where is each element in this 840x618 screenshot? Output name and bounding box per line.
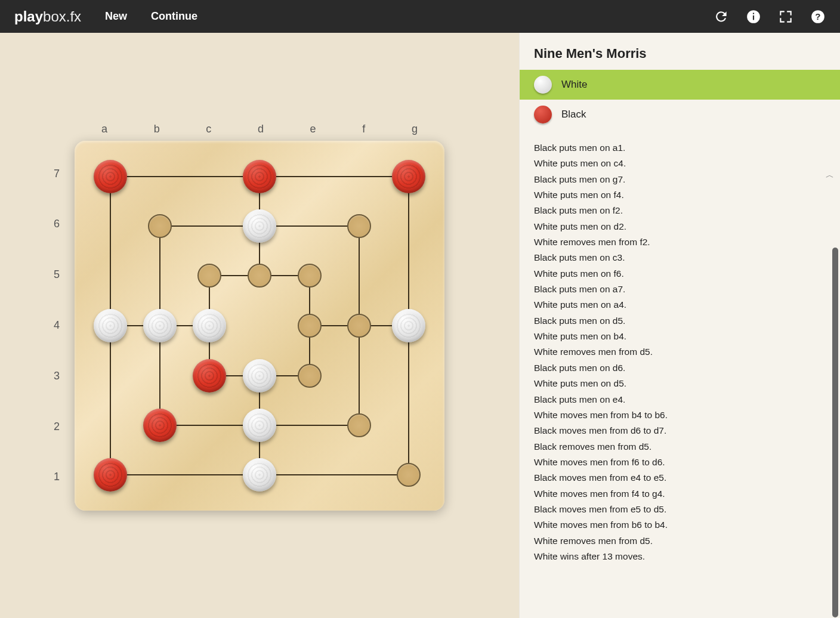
move-entry: White puts men on d5. bbox=[534, 376, 826, 391]
move-entry: White puts men on f6. bbox=[534, 266, 826, 282]
col-label-d: d bbox=[258, 123, 264, 135]
point-e5[interactable] bbox=[298, 264, 322, 288]
player-black-label: Black bbox=[561, 109, 586, 120]
player-white-row[interactable]: White bbox=[520, 70, 840, 100]
move-entry: White moves men from f6 to d6. bbox=[534, 455, 826, 470]
move-entry: White puts men on a4. bbox=[534, 297, 826, 313]
row-label-1: 1 bbox=[54, 471, 60, 483]
move-entry: Black puts men on a1. bbox=[534, 140, 826, 156]
move-entry: Black puts men on f2. bbox=[534, 203, 826, 218]
player-black-row[interactable]: Black bbox=[520, 100, 840, 129]
col-label-e: e bbox=[310, 123, 316, 135]
point-a1[interactable] bbox=[94, 458, 127, 492]
help-icon[interactable]: ? bbox=[810, 9, 826, 24]
move-entry: Black moves men from e4 to e5. bbox=[534, 470, 826, 486]
row-label-2: 2 bbox=[54, 421, 60, 433]
refresh-icon[interactable] bbox=[714, 9, 729, 24]
point-f2[interactable] bbox=[347, 413, 371, 437]
game-title: Nine Men's Morris bbox=[520, 46, 840, 70]
point-d1[interactable] bbox=[243, 458, 276, 492]
svg-rect-1 bbox=[753, 15, 754, 20]
point-g4[interactable] bbox=[392, 309, 425, 342]
move-entry: White removes men from f2. bbox=[534, 234, 826, 250]
move-entry: White moves men from b6 to b4. bbox=[534, 517, 826, 533]
info-icon[interactable] bbox=[746, 9, 761, 24]
move-history-list[interactable]: Black puts men on a1.White puts men on c… bbox=[520, 129, 840, 600]
point-e3[interactable] bbox=[298, 364, 322, 388]
move-entry: White moves men from b4 to b6. bbox=[534, 407, 826, 423]
point-f6[interactable] bbox=[347, 214, 371, 238]
col-label-f: f bbox=[362, 123, 365, 135]
red-chip-icon bbox=[534, 106, 552, 123]
logo-fx: .fx bbox=[66, 8, 81, 24]
point-d5[interactable] bbox=[248, 264, 271, 288]
move-entry: White moves men from f4 to g4. bbox=[534, 486, 826, 502]
row-label-5: 5 bbox=[54, 268, 60, 281]
row-label-3: 3 bbox=[54, 370, 60, 382]
white-chip-icon bbox=[534, 76, 552, 94]
point-d2[interactable] bbox=[243, 409, 276, 442]
move-entry: White removes men from d5. bbox=[534, 344, 826, 360]
point-c4[interactable] bbox=[193, 309, 226, 342]
logo-play: play bbox=[14, 8, 43, 24]
column-labels: abcdefg bbox=[75, 123, 444, 135]
move-entry: Black puts men on d5. bbox=[534, 313, 826, 329]
move-entry: Black puts men on c3. bbox=[534, 250, 826, 265]
col-label-c: c bbox=[206, 123, 211, 135]
row-label-4: 4 bbox=[54, 319, 60, 332]
point-a4[interactable] bbox=[94, 309, 127, 342]
row-label-6: 6 bbox=[54, 218, 60, 230]
move-entry: White removes men from d5. bbox=[534, 533, 826, 549]
game-board[interactable] bbox=[75, 141, 444, 511]
scrollbar-thumb[interactable] bbox=[832, 248, 838, 617]
header-bar: playbox.fx New Continue ? bbox=[0, 0, 840, 33]
app-logo: playbox.fx bbox=[14, 8, 81, 25]
player-white-label: White bbox=[561, 79, 587, 91]
row-labels: 7654321 bbox=[54, 141, 60, 511]
col-label-g: g bbox=[412, 123, 418, 135]
point-f4[interactable] bbox=[347, 314, 371, 338]
move-entry: Black puts men on d6. bbox=[534, 360, 826, 376]
move-entry: White wins after 13 moves. bbox=[534, 549, 826, 564]
board-lines bbox=[75, 141, 444, 511]
move-entry: Black removes men from d5. bbox=[534, 439, 826, 455]
move-entry: Black puts men on e4. bbox=[534, 392, 826, 407]
point-d6[interactable] bbox=[243, 209, 276, 243]
point-c3[interactable] bbox=[193, 359, 226, 393]
point-c5[interactable] bbox=[197, 264, 221, 288]
point-g7[interactable] bbox=[392, 160, 425, 193]
move-entry: White puts men on b4. bbox=[534, 329, 826, 344]
move-entry: Black moves men from e5 to d5. bbox=[534, 502, 826, 517]
point-b2[interactable] bbox=[143, 409, 177, 442]
svg-rect-2 bbox=[753, 13, 754, 14]
continue-button[interactable]: Continue bbox=[151, 10, 197, 23]
point-g1[interactable] bbox=[397, 463, 421, 487]
board-area: abcdefg 7654321 bbox=[0, 33, 519, 618]
sidebar: Nine Men's Morris White Black ︿ Black pu… bbox=[519, 33, 840, 618]
point-e4[interactable] bbox=[298, 314, 322, 338]
fullscreen-icon[interactable] bbox=[778, 9, 793, 24]
move-entry: White puts men on d2. bbox=[534, 219, 826, 234]
point-d7[interactable] bbox=[243, 160, 276, 193]
move-entry: Black puts men on a7. bbox=[534, 282, 826, 297]
move-entry: Black moves men from d6 to d7. bbox=[534, 423, 826, 438]
point-b4[interactable] bbox=[143, 309, 177, 342]
col-label-a: a bbox=[101, 123, 107, 135]
row-label-7: 7 bbox=[54, 168, 60, 180]
svg-text:?: ? bbox=[815, 11, 820, 21]
logo-box: box bbox=[43, 8, 66, 24]
point-d3[interactable] bbox=[243, 359, 276, 393]
move-entry: White puts men on f4. bbox=[534, 187, 826, 203]
col-label-b: b bbox=[154, 123, 160, 135]
move-entry: White puts men on c4. bbox=[534, 156, 826, 171]
point-b6[interactable] bbox=[148, 214, 172, 238]
move-entry: Black puts men on g7. bbox=[534, 172, 826, 187]
new-button[interactable]: New bbox=[105, 10, 127, 23]
point-a7[interactable] bbox=[94, 160, 127, 193]
